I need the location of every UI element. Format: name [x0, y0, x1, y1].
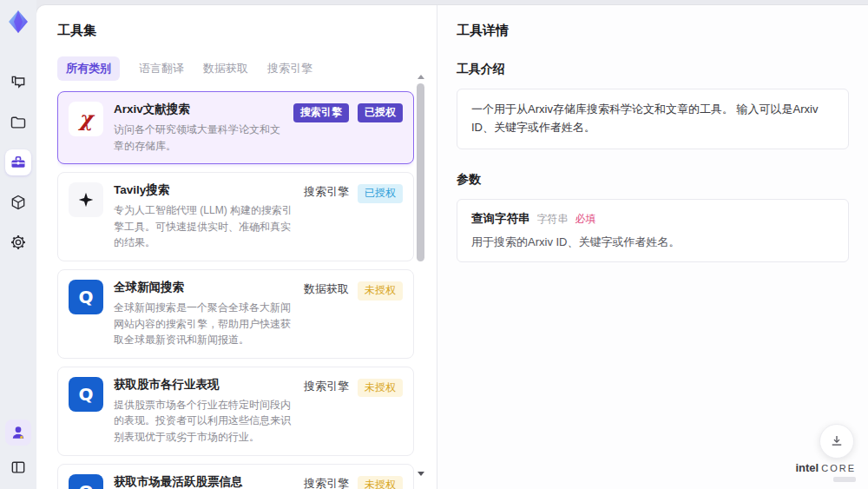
auth-status-badge: 已授权: [358, 184, 403, 203]
details-title: 工具详情: [457, 23, 849, 39]
param-type: 字符串: [537, 212, 569, 227]
intro-text: 一个用于从Arxiv存储库搜索科学论文和文章的工具。 输入可以是Arxiv ID…: [471, 101, 834, 137]
sidebar: [0, 0, 36, 489]
cube-icon[interactable]: [5, 189, 31, 215]
category-label: 数据获取: [304, 281, 349, 297]
param-description: 用于搜索的Arxiv ID、关键字或作者姓名。: [471, 235, 834, 250]
list-scrollbar: [417, 75, 424, 476]
tool-name: Arxiv文献搜索: [114, 102, 283, 117]
arxiv-logo-icon: χ: [69, 102, 103, 136]
tool-description: 提供股票市场各个行业在特定时间段内的表现。投资者可以利用这些信息来识别表现优于或…: [114, 397, 293, 446]
category-label: 搜索引擎: [304, 476, 349, 489]
tool-card-sector-performance[interactable]: Q 获取股市各行业表现 提供股票市场各个行业在特定时间段内的表现。投资者可以利用…: [57, 367, 414, 456]
tab-search-engine[interactable]: 搜索引擎: [267, 56, 312, 81]
download-icon: [829, 433, 845, 449]
category-badge: 搜索引擎: [293, 103, 349, 122]
content-shell: 工具集 所有类别 语言翻译 数据获取 搜索引擎 χ Arxiv文献搜索 访问各个…: [36, 5, 868, 489]
auth-status-badge: 未授权: [358, 379, 403, 398]
intel-wordmark: intel: [795, 461, 819, 474]
auth-status-badge: 未授权: [358, 281, 403, 301]
sidebar-nav: [5, 69, 31, 255]
param-name: 查询字符串: [471, 211, 530, 227]
download-button[interactable]: [819, 424, 854, 459]
tool-description: 专为人工智能代理 (LLM) 构建的搜索引擎工具。可快速提供实时、准确和真实的结…: [114, 202, 293, 251]
tool-name: 全球新闻搜索: [114, 280, 293, 295]
scrollbar-thumb[interactable]: [417, 83, 424, 261]
tools-panel: 工具集 所有类别 语言翻译 数据获取 搜索引擎 χ Arxiv文献搜索 访问各个…: [36, 5, 437, 489]
param-card: 查询字符串 字符串 必填 用于搜索的Arxiv ID、关键字或作者姓名。: [457, 199, 849, 262]
tool-details-panel: 工具详情 工具介绍 一个用于从Arxiv存储库搜索科学论文和文章的工具。 输入可…: [437, 5, 868, 489]
app-window: 工具集 所有类别 语言翻译 数据获取 搜索引擎 χ Arxiv文献搜索 访问各个…: [0, 0, 868, 489]
stock-q-icon: Q: [69, 474, 103, 489]
scrollbar-down-arrow-icon[interactable]: [418, 472, 424, 476]
toolbox-icon-active[interactable]: [5, 149, 31, 175]
news-q-icon: Q: [69, 280, 103, 314]
category-label: 搜索引擎: [304, 379, 349, 394]
tool-card-arxiv[interactable]: χ Arxiv文献搜索 访问各个研究领域大量科学论文和文章的存储库。 搜索引擎 …: [57, 91, 414, 164]
tool-name: Tavily搜索: [114, 182, 293, 198]
tool-list: χ Arxiv文献搜索 访问各个研究领域大量科学论文和文章的存储库。 搜索引擎 …: [57, 91, 414, 489]
tab-data-fetching[interactable]: 数据获取: [203, 56, 248, 81]
panel-layout-icon[interactable]: [5, 454, 31, 480]
category-label: 搜索引擎: [304, 184, 349, 200]
tool-name: 获取市场最活跃股票信息: [114, 474, 293, 489]
intel-sub-badge: [833, 477, 856, 482]
param-required-flag: 必填: [575, 212, 596, 227]
sidebar-bottom: [5, 420, 31, 480]
tavily-star-icon: [69, 182, 103, 217]
app-logo-icon[interactable]: [5, 9, 31, 35]
scrollbar-up-arrow-icon[interactable]: [418, 75, 424, 79]
intel-core-logo: intelCORE: [795, 459, 856, 482]
page-title: 工具集: [57, 23, 437, 39]
stock-q-icon: Q: [69, 377, 103, 412]
tool-name: 获取股市各行业表现: [114, 377, 293, 393]
user-avatar-icon[interactable]: [5, 420, 31, 446]
tool-card-global-news[interactable]: Q 全球新闻搜索 全球新闻搜索是一个聚合全球各大新闻网站内容的搜索引擎，帮助用户…: [57, 269, 414, 359]
tool-description: 全球新闻搜索是一个聚合全球各大新闻网站内容的搜索引擎，帮助用户快速获取全球最新资…: [114, 300, 293, 348]
core-wordmark: CORE: [821, 463, 856, 473]
auth-status-badge: 未授权: [358, 476, 403, 489]
intro-heading: 工具介绍: [457, 62, 849, 77]
tool-card-tavily[interactable]: Tavily搜索 专为人工智能代理 (LLM) 构建的搜索引擎工具。可快速提供实…: [57, 172, 414, 261]
intro-card: 一个用于从Arxiv存储库搜索科学论文和文章的工具。 输入可以是Arxiv ID…: [457, 89, 849, 149]
tool-description: 访问各个研究领域大量科学论文和文章的存储库。: [114, 122, 283, 154]
tool-card-active-stocks[interactable]: Q 获取市场最活跃股票信息 提供当天交易量最高的股票列表，投资者可以利用这些信息…: [57, 464, 414, 489]
auth-status-badge: 已授权: [358, 103, 403, 122]
chat-icon[interactable]: [5, 69, 31, 96]
settings-gear-icon[interactable]: [5, 229, 31, 255]
category-tabs: 所有类别 语言翻译 数据获取 搜索引擎: [57, 56, 437, 81]
tab-all-categories[interactable]: 所有类别: [57, 56, 120, 81]
folder-icon[interactable]: [5, 109, 31, 135]
tab-language-translation[interactable]: 语言翻译: [139, 56, 184, 81]
params-heading: 参数: [457, 172, 849, 188]
